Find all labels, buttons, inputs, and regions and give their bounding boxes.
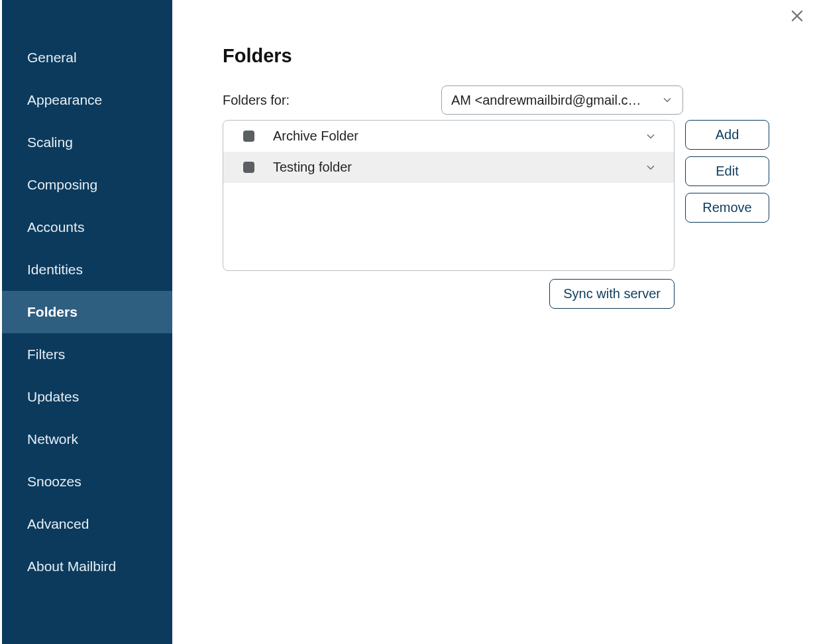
sync-row: Sync with server bbox=[223, 279, 675, 309]
folder-row[interactable]: Archive Folder bbox=[223, 121, 674, 152]
sidebar-item-label: Filters bbox=[27, 347, 65, 362]
folder-label: Archive Folder bbox=[273, 129, 638, 144]
sidebar-item-accounts[interactable]: Accounts bbox=[2, 206, 172, 248]
sidebar-item-composing[interactable]: Composing bbox=[2, 164, 172, 206]
sidebar-item-label: Folders bbox=[27, 304, 78, 319]
button-label: Remove bbox=[702, 200, 751, 215]
add-button[interactable]: Add bbox=[685, 120, 769, 150]
sidebar-item-snoozes[interactable]: Snoozes bbox=[2, 460, 172, 503]
sidebar-item-label: Snoozes bbox=[27, 474, 81, 489]
sidebar-item-label: Scaling bbox=[27, 134, 73, 150]
sidebar-item-label: Updates bbox=[27, 389, 79, 404]
sidebar-item-label: Accounts bbox=[27, 219, 84, 235]
folders-content: Archive Folder Testing folder Add Edit R… bbox=[223, 120, 786, 271]
chevron-down-icon bbox=[661, 94, 673, 106]
folders-for-label: Folders for: bbox=[223, 93, 428, 108]
button-label: Edit bbox=[716, 164, 738, 179]
sidebar-item-network[interactable]: Network bbox=[2, 418, 172, 460]
settings-sidebar: General Appearance Scaling Composing Acc… bbox=[2, 0, 172, 644]
folder-list: Archive Folder Testing folder bbox=[223, 120, 675, 271]
button-label: Sync with server bbox=[563, 286, 661, 301]
sidebar-item-label: General bbox=[27, 50, 77, 65]
sidebar-item-label: About Mailbird bbox=[27, 559, 116, 574]
folders-for-row: Folders for: AM <andrewmailbird@gmail.c… bbox=[223, 85, 786, 115]
sidebar-item-general[interactable]: General bbox=[2, 36, 172, 79]
sidebar-item-about[interactable]: About Mailbird bbox=[2, 545, 172, 588]
sidebar-item-label: Advanced bbox=[27, 516, 89, 531]
sidebar-item-identities[interactable]: Identities bbox=[2, 248, 172, 291]
sidebar-item-appearance[interactable]: Appearance bbox=[2, 79, 172, 121]
folder-icon bbox=[243, 131, 254, 142]
folder-row[interactable]: Testing folder bbox=[223, 152, 674, 183]
button-label: Add bbox=[716, 127, 739, 142]
page-title: Folders bbox=[223, 45, 786, 67]
sidebar-item-updates[interactable]: Updates bbox=[2, 376, 172, 418]
account-select[interactable]: AM <andrewmailbird@gmail.c… bbox=[441, 85, 683, 115]
sidebar-item-advanced[interactable]: Advanced bbox=[2, 503, 172, 545]
folder-icon bbox=[243, 162, 254, 173]
settings-window: General Appearance Scaling Composing Acc… bbox=[0, 0, 813, 644]
sidebar-item-label: Identities bbox=[27, 262, 83, 277]
sidebar-item-folders[interactable]: Folders bbox=[2, 291, 172, 333]
sync-with-server-button[interactable]: Sync with server bbox=[549, 279, 675, 309]
sidebar-item-filters[interactable]: Filters bbox=[2, 333, 172, 376]
folder-action-buttons: Add Edit Remove bbox=[685, 120, 769, 223]
remove-button[interactable]: Remove bbox=[685, 193, 769, 223]
chevron-down-icon[interactable] bbox=[645, 162, 657, 174]
sidebar-item-label: Network bbox=[27, 431, 78, 447]
account-select-value: AM <andrewmailbird@gmail.c… bbox=[451, 93, 655, 108]
edit-button[interactable]: Edit bbox=[685, 156, 769, 186]
sidebar-item-label: Composing bbox=[27, 177, 97, 192]
chevron-down-icon[interactable] bbox=[645, 131, 657, 142]
sidebar-item-scaling[interactable]: Scaling bbox=[2, 121, 172, 164]
folder-label: Testing folder bbox=[273, 160, 638, 175]
sidebar-item-label: Appearance bbox=[27, 92, 102, 107]
main-panel: Folders Folders for: AM <andrewmailbird@… bbox=[172, 0, 813, 644]
